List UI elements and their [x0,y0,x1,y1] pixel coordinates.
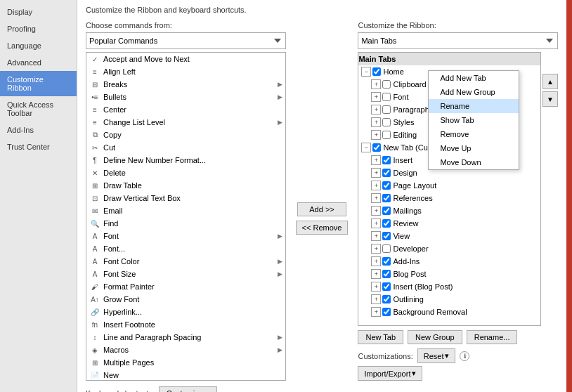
list-item[interactable]: fnInsert Footnote [86,318,285,331]
tree-expand-icon[interactable]: + [371,79,381,89]
tree-item[interactable]: +References [358,192,540,204]
list-item[interactable]: ✉Email [86,204,285,217]
list-item[interactable]: ≡Align Left [86,65,285,78]
list-item[interactable]: 📄New [86,369,285,381]
sidebar-item-quick-access-toolbar[interactable]: Quick Access Toolbar [0,96,77,122]
sidebar-item-customize-ribbon[interactable]: Customize Ribbon [0,71,77,96]
tree-expand-icon[interactable]: − [361,67,371,77]
list-item[interactable]: ◈Macros▶ [86,344,285,356]
new-group-button[interactable]: New Group [408,330,462,344]
list-item[interactable]: 🔍Find [86,217,285,230]
context-menu-item[interactable]: Move Up [429,141,519,155]
tree-checkbox[interactable] [382,308,391,316]
tree-checkbox[interactable] [372,67,381,76]
tree-expand-icon[interactable]: + [371,181,381,190]
sidebar-item-advanced[interactable]: Advanced [0,54,77,71]
list-item[interactable]: A↑Grow Font [86,293,285,306]
list-item[interactable]: ⊞Draw Table [86,179,285,192]
tree-expand-icon[interactable]: + [371,92,381,102]
tree-checkbox[interactable] [382,93,391,101]
tree-expand-icon[interactable]: + [371,117,381,127]
list-item[interactable]: AFont▶ [86,230,285,242]
tree-checkbox[interactable] [382,131,391,139]
list-item[interactable]: ⊡Draw Vertical Text Box [86,192,285,204]
list-item[interactable]: 🔗Hyperlink... [86,306,285,318]
list-item[interactable]: AFont Color▶ [86,255,285,268]
tree-checkbox[interactable] [382,244,391,253]
tree-item[interactable]: +Developer [358,242,540,255]
sidebar-item-language[interactable]: Language [0,37,77,54]
tree-checkbox[interactable] [382,156,391,164]
tree-item[interactable]: +Mailings [358,204,540,217]
sidebar-item-display[interactable]: Display [0,4,77,20]
tree-item[interactable]: +Background Removal [358,306,540,318]
tree-expand-icon[interactable]: − [361,143,371,152]
tree-checkbox[interactable] [382,194,391,202]
tree-expand-icon[interactable]: + [371,206,381,216]
new-tab-button[interactable]: New Tab [358,330,403,344]
context-menu-item[interactable]: Add New Group [429,85,519,99]
sidebar-item-proofing[interactable]: Proofing [0,20,77,37]
tree-expand-icon[interactable]: + [371,155,381,165]
reset-button[interactable]: Reset ▾ [417,348,456,363]
tree-checkbox[interactable] [382,232,391,240]
tree-checkbox[interactable] [382,105,391,114]
list-item[interactable]: ⧉Copy [86,129,285,141]
tree-item[interactable]: +Review [358,217,540,230]
context-menu-item[interactable]: Rename [429,99,519,113]
tree-root-item[interactable]: Main Tabs [358,53,540,65]
sidebar-item-trust-center[interactable]: Trust Center [0,138,77,155]
list-item[interactable]: ⊟Breaks▶ [86,78,285,91]
tree-expand-icon[interactable]: + [371,231,381,241]
move-down-arrow[interactable]: ▼ [542,91,558,107]
import-export-button[interactable]: Import/Export ▾ [358,366,422,381]
reset-dropdown-arrow[interactable]: ▾ [445,351,449,360]
tree-item[interactable]: +Blog Post [358,268,540,280]
list-item[interactable]: AFont Size▶ [86,268,285,280]
sidebar-item-add-ins[interactable]: Add-Ins [0,122,77,138]
tree-expand-icon[interactable]: + [371,193,381,203]
import-export-arrow[interactable]: ▾ [412,369,416,378]
tree-checkbox[interactable] [382,118,391,126]
list-item[interactable]: ≡Center [86,103,285,116]
tree-checkbox[interactable] [382,169,391,177]
tree-item[interactable]: +Add-Ins [358,255,540,268]
tree-checkbox[interactable] [382,219,391,228]
move-up-arrow[interactable]: ▲ [542,74,558,89]
list-item[interactable]: •≡Bullets▶ [86,91,285,103]
tree-checkbox[interactable] [372,143,381,152]
tree-expand-icon[interactable]: + [371,307,381,317]
list-item[interactable]: ✕Delete [86,166,285,179]
customizations-info-icon[interactable]: ℹ [460,351,469,361]
commands-dropdown[interactable]: Popular CommandsAll CommandsCommands Not… [86,32,286,49]
tree-checkbox[interactable] [382,282,391,291]
tree-expand-icon[interactable]: + [371,282,381,292]
customize-button[interactable]: Customize... [159,386,217,392]
list-item[interactable]: ↕Line and Paragraph Spacing▶ [86,331,285,344]
tree-expand-icon[interactable]: + [371,256,381,266]
tree-expand-icon[interactable]: + [371,294,381,304]
add-button[interactable]: Add >> [297,202,346,216]
list-item[interactable]: ≡Change List Level▶ [86,116,285,129]
list-item[interactable]: ✂Cut [86,141,285,154]
tree-expand-icon[interactable]: + [371,244,381,254]
tree-expand-icon[interactable]: + [371,218,381,228]
tree-expand-icon[interactable]: + [371,130,381,140]
context-menu-item[interactable]: Add New Tab [429,71,519,85]
list-item[interactable]: ⊞Multiple Pages [86,356,285,369]
tree-checkbox[interactable] [382,80,391,89]
tree-expand-icon[interactable]: + [371,168,381,178]
list-item[interactable]: ¶Define New Number Format... [86,154,285,166]
tree-item[interactable]: +View [358,230,540,242]
list-item[interactable]: 🖌Format Painter [86,280,285,293]
remove-button[interactable]: << Remove [296,221,349,235]
context-menu-item[interactable]: Show Tab [429,113,519,127]
ribbon-dropdown[interactable]: Main TabsTool TabsAll Tabs [358,32,558,49]
tree-checkbox[interactable] [382,181,391,190]
tree-expand-icon[interactable]: + [371,269,381,279]
rename----button[interactable]: Rename... [467,330,518,344]
tree-checkbox[interactable] [382,207,391,215]
tree-item[interactable]: +Insert (Blog Post) [358,280,540,293]
tree-checkbox[interactable] [382,270,391,278]
context-menu-item[interactable]: Move Down [429,155,519,169]
